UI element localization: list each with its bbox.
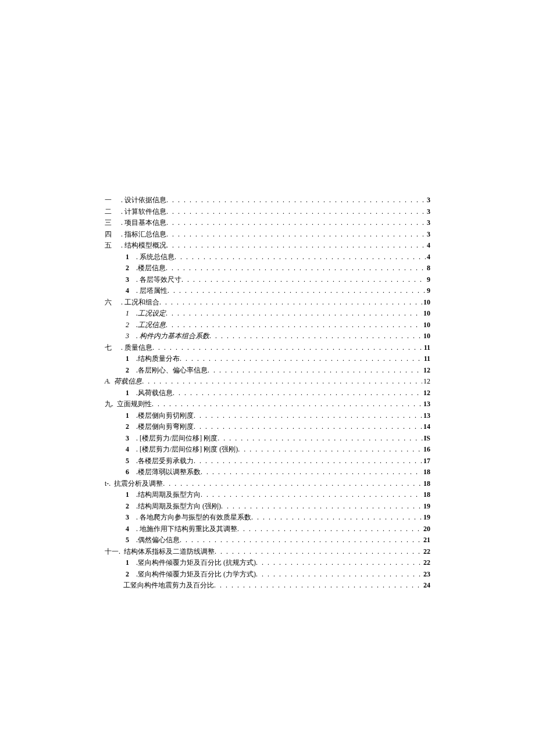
toc-page-number: 3 xyxy=(426,229,430,241)
toc-page-number: 16 xyxy=(422,444,430,456)
toc-page-number: 13 xyxy=(422,410,430,422)
toc-page-number: 14 xyxy=(422,421,430,433)
toc-marker: 2 xyxy=(121,569,134,581)
toc-leader-dots: . . . . . . . . . . . . . . . . . . . . … xyxy=(166,229,426,241)
toc-leader-dots: . . . . . . . . . . . . . . . . . . . . … xyxy=(166,217,426,229)
toc-label: . 系统总信息 xyxy=(134,252,174,263)
toc-label: . 层塔属性 xyxy=(134,285,167,297)
toc-entry: 1.楼层侧向剪切刚度. . . . . . . . . . . . . . . … xyxy=(105,410,430,422)
toc-leader-dots: . . . . . . . . . . . . . . . . . . . . … xyxy=(194,421,422,433)
toc-leader-dots: . . . . . . . . . . . . . . . . . . . . … xyxy=(237,524,422,535)
toc-marker: 三 xyxy=(105,217,119,229)
toc-leader-dots: . . . . . . . . . . . . . . . . . . . . … xyxy=(214,580,422,592)
toc-entry: 4. 地施作用下结构剪重比及其调整. . . . . . . . . . . .… xyxy=(105,524,430,535)
toc-page-number: 24 xyxy=(422,580,430,592)
toc-label: .工况信息 xyxy=(134,320,166,331)
toc-page-number: 10 xyxy=(422,308,430,320)
toc-label: . 结构模型概况 xyxy=(119,240,166,252)
toc-entry: 3. 各地爬方向参与振型的有效质星系数. . . . . . . . . . .… xyxy=(105,512,430,524)
toc-label: .结构质量分布 xyxy=(134,353,180,365)
toc-leader-dots: . . . . . . . . . . . . . . . . . . . . … xyxy=(152,399,422,410)
toc-marker: 九. xyxy=(105,399,115,410)
table-of-contents: 一. 设计依据信息. . . . . . . . . . . . . . . .… xyxy=(105,195,430,592)
toc-page-number: 10 xyxy=(422,297,430,309)
toc-entry: 九.立面规则性. . . . . . . . . . . . . . . . .… xyxy=(105,399,430,410)
toc-leader-dots: . . . . . . . . . . . . . . . . . . . . … xyxy=(166,308,422,320)
toc-entry: 1.风荷载信息. . . . . . . . . . . . . . . . .… xyxy=(105,388,430,399)
toc-entry: 2.工况信息. . . . . . . . . . . . . . . . . … xyxy=(105,320,430,331)
toc-label: . 项目基本信息 xyxy=(119,217,166,229)
toc-marker: 五 xyxy=(105,240,119,252)
toc-leader-dots: . . . . . . . . . . . . . . . . . . . . … xyxy=(215,546,422,558)
toc-page-number: 3 xyxy=(426,195,430,206)
toc-page-number: 18 xyxy=(422,489,430,501)
toc-label: 结构体系指标及二道防线调整 xyxy=(122,546,215,558)
toc-marker: 5 xyxy=(121,456,134,467)
toc-leader-dots: . . . . . . . . . . . . . . . . . . . . … xyxy=(166,206,426,218)
toc-page-number: 22 xyxy=(422,557,430,569)
toc-label: .楼层侧向剪切刚度 xyxy=(134,410,194,422)
toc-page-number: 4 xyxy=(426,252,430,263)
toc-entry: 3. 构件内力基本组合系数. . . . . . . . . . . . . .… xyxy=(105,331,430,342)
toc-page-number: 17 xyxy=(422,456,430,467)
toc-label: . [楼层剪力/层间位移] 刚度 (强刚) xyxy=(134,444,238,456)
toc-leader-dots: . . . . . . . . . . . . . . . . . . . . … xyxy=(166,195,426,206)
toc-label: . 工况和组合 xyxy=(119,297,159,309)
toc-entry: 4. [楼层剪力/层间位移] 刚度 (强刚). . . . . . . . . … xyxy=(105,444,430,456)
toc-leader-dots: . . . . . . . . . . . . . . . . . . . . … xyxy=(142,376,422,388)
toc-page-number: 9 xyxy=(426,285,430,297)
toc-label: . 指标汇总信息 xyxy=(119,229,166,241)
toc-page-number: 18 xyxy=(422,478,430,490)
toc-marker: 二 xyxy=(105,206,119,218)
toc-entry: 1. 系统总信息. . . . . . . . . . . . . . . . … xyxy=(105,252,430,263)
toc-label: . 地施作用下结构剪重比及其调整 xyxy=(134,524,237,535)
toc-marker: A. xyxy=(105,376,112,388)
toc-leader-dots: . . . . . . . . . . . . . . . . . . . . … xyxy=(208,365,422,377)
toc-entry: t-.抗震分析及调整. . . . . . . . . . . . . . . … xyxy=(105,478,430,490)
toc-leader-dots: . . . . . . . . . . . . . . . . . . . . … xyxy=(174,252,426,263)
toc-page-number: 20 xyxy=(422,524,430,535)
toc-marker: 2 xyxy=(121,421,134,433)
toc-leader-dots: . . . . . . . . . . . . . . . . . . . . … xyxy=(166,240,426,252)
toc-leader-dots: . . . . . . . . . . . . . . . . . . . . … xyxy=(173,388,422,399)
toc-entry: 3. [楼层剪力/层间位移] 刚度. . . . . . . . . . . .… xyxy=(105,433,430,445)
toc-entry: 2.各层刚心、偏心率信息. . . . . . . . . . . . . . … xyxy=(105,365,430,377)
toc-label: .竖向构件倾覆力矩及百分比 (力学方式) xyxy=(134,569,256,581)
toc-label: .风荷载信息 xyxy=(134,388,173,399)
toc-leader-dots: . . . . . . . . . . . . . . . . . . . . … xyxy=(180,353,423,365)
toc-entry: 1.竖向构件倾覆力矩及百分比 (抗规方式). . . . . . . . . .… xyxy=(105,557,430,569)
toc-label: .各层刚心、偏心率信息 xyxy=(134,365,208,377)
toc-leader-dots: . . . . . . . . . . . . . . . . . . . . … xyxy=(167,285,426,297)
toc-marker: 1 xyxy=(121,388,134,399)
toc-label: . 设计依据信息 xyxy=(119,195,166,206)
toc-page-number: 12 xyxy=(422,376,430,388)
toc-leader-dots: . . . . . . . . . . . . . . . . . . . . … xyxy=(238,444,422,456)
toc-marker: 4 xyxy=(121,444,134,456)
toc-leader-dots: . . . . . . . . . . . . . . . . . . . . … xyxy=(194,410,422,422)
toc-leader-dots: . . . . . . . . . . . . . . . . . . . . … xyxy=(181,274,426,286)
toc-leader-dots: . . . . . . . . . . . . . . . . . . . . … xyxy=(166,263,426,274)
toc-label: .结构周期及振型方向 xyxy=(134,489,201,501)
toc-label: . 质量信息 xyxy=(119,342,152,354)
toc-marker: 3 xyxy=(121,433,134,445)
toc-marker: 1 xyxy=(121,308,134,320)
toc-entry: 五. 结构模型概况. . . . . . . . . . . . . . . .… xyxy=(105,240,430,252)
toc-label: .偶然偏心信息 xyxy=(134,535,180,546)
toc-label: .结构周期及振型方向 (强刚) xyxy=(134,501,221,513)
toc-label: . 构件内力基本组合系数 xyxy=(134,331,209,342)
toc-leader-dots: . . . . . . . . . . . . . . . . . . . . … xyxy=(166,320,422,331)
toc-leader-dots: . . . . . . . . . . . . . . . . . . . . … xyxy=(180,535,422,546)
toc-leader-dots: . . . . . . . . . . . . . . . . . . . . … xyxy=(256,557,422,569)
toc-entry: 七. 质量信息. . . . . . . . . . . . . . . . .… xyxy=(105,342,430,354)
toc-page-number: 21 xyxy=(422,535,430,546)
toc-entry: A.荷载信息. . . . . . . . . . . . . . . . . … xyxy=(105,376,430,388)
toc-page-number: 19 xyxy=(422,501,430,513)
toc-page-number: 12 xyxy=(422,365,430,377)
toc-entry: 5.各楼层受剪承载力. . . . . . . . . . . . . . . … xyxy=(105,456,430,467)
toc-leader-dots: . . . . . . . . . . . . . . . . . . . . … xyxy=(209,331,422,342)
toc-page-number: IS xyxy=(423,433,430,445)
toc-entry: 工竖向构件地震剪力及百分比. . . . . . . . . . . . . .… xyxy=(105,580,430,592)
toc-page-number: 4 xyxy=(426,240,430,252)
toc-leader-dots: . . . . . . . . . . . . . . . . . . . . … xyxy=(256,569,422,581)
toc-entry: 4. 层塔属性. . . . . . . . . . . . . . . . .… xyxy=(105,285,430,297)
